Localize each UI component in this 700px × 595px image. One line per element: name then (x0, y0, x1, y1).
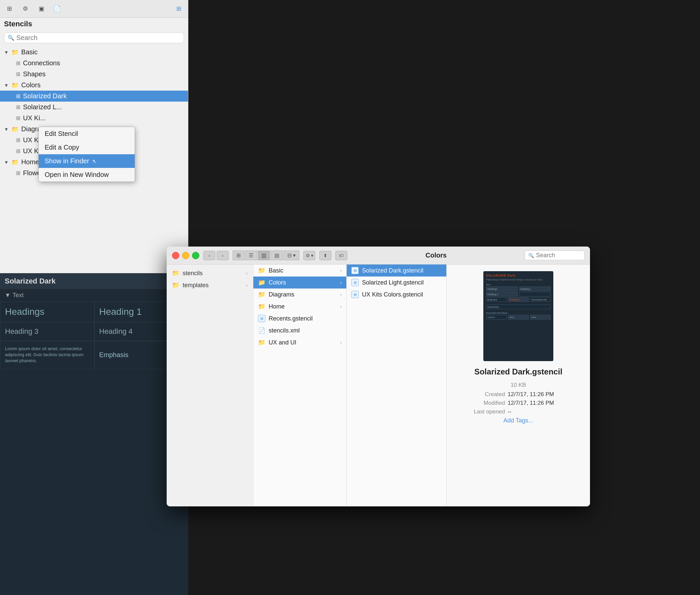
thumb-cell: Accent text (486, 305, 551, 309)
settings-icon[interactable]: ⚙ (19, 3, 31, 15)
modified-label: Modified (472, 400, 505, 406)
arrow-icon: ▼ (4, 83, 9, 88)
file-info-table: Created 12/7/17, 11:26 PM Modified 12/7/… (472, 391, 565, 415)
chevron-right-icon: › (246, 271, 248, 276)
context-edit-stencil[interactable]: Edit Stencil (39, 127, 135, 141)
arrow-icon: ▼ (4, 126, 9, 132)
preview-section: ▼ Text (0, 289, 188, 302)
close-button[interactable] (172, 252, 179, 259)
thumb-section-label: Text (486, 284, 551, 286)
finder-sidebar-templates[interactable]: 📁 templates › (167, 279, 253, 291)
templates-label: templates (183, 282, 209, 289)
finder-search[interactable]: 🔍 (525, 251, 585, 260)
finder-col-recents[interactable]: ⊞ Recents.gstencil (253, 312, 346, 324)
thumb-cell: Secondary text (530, 297, 551, 302)
traffic-lights (172, 252, 199, 259)
tree-group-colors: ▼ 📁 Colors ⊞ Solarized Dark ⊞ Solarized … (0, 80, 188, 123)
preview-heading3-cell: Heading 3 (0, 322, 94, 341)
stencil-file-icon: ⊞ (351, 291, 359, 298)
finder-col-ux-ui[interactable]: 📁 UX and UI › (253, 337, 346, 348)
finder-col-diagrams[interactable]: 📁 Diagrams › (253, 288, 346, 301)
sidebar-icon[interactable]: ▣ (35, 3, 47, 15)
thumb-cell: Heading 1 (519, 286, 551, 291)
minimize-button[interactable] (182, 252, 189, 259)
chevron-right-icon: › (340, 304, 342, 309)
context-show-in-finder[interactable]: Show in Finder ↖ (39, 154, 135, 168)
forward-button[interactable]: › (217, 251, 229, 260)
finder-titlebar: ‹ › ⊞ ☰ ▥ ▤ ⊟ ▾ ⚙ ▾ ⬆ 🏷 Colors 🔍 (167, 247, 590, 264)
cover-view-button[interactable]: ▤ (271, 251, 283, 260)
back-button[interactable]: ‹ (203, 251, 215, 260)
finder-search-input[interactable] (536, 252, 576, 259)
thumb-cell: value (508, 315, 529, 319)
preview-heading1-label: Heading 1 (99, 307, 142, 317)
document-icon[interactable]: 📄 (51, 3, 63, 15)
folder-icon: 📁 (11, 82, 19, 89)
finder-file-solarized-dark[interactable]: ⊞ Solarized Dark.gstencil (347, 264, 446, 277)
stencil-icon: ⊞ (16, 71, 20, 77)
sidebar-item-solarized-light[interactable]: ⊞ Solarized L... (0, 102, 188, 113)
action-button[interactable]: ⚙ ▾ (303, 251, 315, 260)
gallery-view-button[interactable]: ⊟ ▾ (284, 251, 299, 260)
stencils-label: stencils (183, 270, 203, 277)
stencils-toolbar: ⊞ ⚙ ▣ 📄 ⊞ (0, 0, 188, 18)
tag-button[interactable]: 🏷 (335, 251, 347, 260)
context-open-new-window[interactable]: Open in New Window (39, 168, 135, 181)
arrow-icon: ▼ (4, 160, 9, 165)
stencil-file-icon: ⊞ (351, 279, 359, 286)
search-input[interactable] (16, 34, 180, 41)
basic-label: Basic (21, 48, 38, 56)
preview-title: Solarized Dark (0, 274, 188, 289)
folder-icon: 📁 (258, 339, 265, 346)
icon-view-button[interactable]: ⊞ (233, 251, 244, 260)
sidebar-item-shapes[interactable]: ⊞ Shapes (0, 68, 188, 80)
sidebar-item-ux-kits-colors[interactable]: ⊞ UX Ki... (0, 113, 188, 123)
finder-preview-pane: SOLARIZED Dark Pellentesque habitant mor… (447, 264, 590, 506)
thumb-row-4: Accent text (486, 305, 551, 309)
connections-label: Connections (23, 59, 60, 67)
solarized-light-file-label: Solarized Light.gstencil (362, 279, 424, 286)
finder-col-home[interactable]: 📁 Home › (253, 301, 346, 312)
preview-lorem-cell: Lorem ipsum dolor sit amet, consectetur … (0, 341, 94, 369)
created-label: Created (472, 391, 505, 398)
column-view-button[interactable]: ▥ (258, 251, 270, 260)
tree-group-header-colors[interactable]: ▼ 📁 Colors (0, 80, 188, 91)
file-size: 10 KB (511, 382, 526, 389)
list-view-button[interactable]: ☰ (245, 251, 257, 260)
sidebar-item-connections[interactable]: ⊞ Connections (0, 58, 188, 68)
diagrams-col-label: Diagrams (269, 291, 294, 298)
finder-window-title: Colors (351, 252, 521, 259)
maximize-button[interactable] (192, 252, 199, 259)
search-bar[interactable]: 🔍 (4, 32, 184, 43)
stencil-icon: ⊞ (16, 170, 20, 176)
tree-group-basic: ▼ 📁 Basic ⊞ Connections ⊞ Shapes (0, 47, 188, 80)
finder-sidebar-stencils[interactable]: 📁 stencils › (167, 267, 253, 279)
chevron-right-icon: › (340, 340, 342, 345)
share-button[interactable]: ⬆ (319, 251, 331, 260)
nav-buttons: ‹ › (203, 251, 229, 260)
finder-file-ux-kits-colors[interactable]: ⊞ UX Kits Colors.gstencil (347, 288, 446, 301)
context-edit-copy[interactable]: Edit a Copy (39, 141, 135, 154)
folder-icon: 📁 (11, 125, 19, 133)
finder-file-solarized-light[interactable]: ⊞ Solarized Light.gstencil (347, 277, 446, 288)
thumb-text-rows: Headings Heading 1 Heading 2 Body text E… (486, 286, 551, 302)
sidebar-item-solarized-dark[interactable]: ⊞ Solarized Dark (0, 91, 188, 102)
stencil-icon: ⊞ (16, 115, 20, 121)
folder-icon: 📁 (172, 270, 179, 277)
modified-row: Modified 12/7/17, 11:26 PM (472, 400, 565, 406)
finder-col-colors[interactable]: 📁 Colors › (253, 277, 346, 288)
finder-col-basic[interactable]: 📁 Basic › (253, 264, 346, 277)
tree-group-header-basic[interactable]: ▼ 📁 Basic (0, 47, 188, 58)
last-opened-value: -- (508, 408, 511, 415)
file-thumbnail: SOLARIZED Dark Pellentesque habitant mor… (483, 271, 553, 361)
folder-icon: 📁 (172, 282, 179, 289)
ux-ui-col-label: UX and UI (269, 339, 296, 346)
finder-col-stencils-xml[interactable]: 📄 stencils.xml (253, 324, 346, 337)
grid-view-icon[interactable]: ⊞ (173, 3, 185, 15)
stencil-file-icon: ⊞ (351, 267, 359, 274)
thumb-doc-rows: category value value (486, 315, 551, 319)
add-tags-link[interactable]: Add Tags... (503, 417, 533, 424)
thumb-doc-row: category value value (486, 315, 551, 319)
preview-headings-cell: Headings (0, 302, 94, 322)
canvas-icon[interactable]: ⊞ (3, 3, 15, 15)
